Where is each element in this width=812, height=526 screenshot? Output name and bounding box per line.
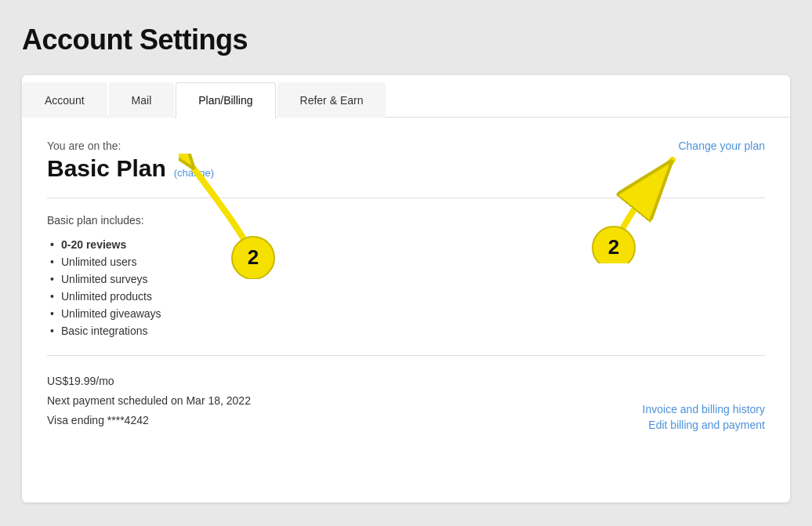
feature-reviews: 0-20 reviews [47,236,765,253]
tab-plan-billing[interactable]: Plan/Billing [176,82,275,118]
billing-links: Invoice and billing history Edit billing… [643,403,765,431]
tab-refer-earn[interactable]: Refer & Earn [277,82,386,118]
plan-includes-label: Basic plan includes: [47,214,765,227]
feature-users: Unlimited users [47,253,765,270]
page-title: Account Settings [22,24,790,56]
billing-card: Visa ending ****4242 [47,411,251,430]
tab-mail[interactable]: Mail [109,82,175,118]
change-plan-top-link[interactable]: Change your plan [678,140,765,152]
feature-products: Unlimited products [47,288,765,305]
billing-info: US$19.99/mo Next payment scheduled on Ma… [47,372,251,431]
plan-name: Basic Plan [47,155,166,182]
billing-next-payment: Next payment scheduled on Mar 18, 2022 [47,391,251,411]
plan-name-row: Basic Plan (change) [47,155,765,182]
main-card: 1 2 2 Account [22,75,790,502]
feature-giveaways: Unlimited giveaways [47,305,765,322]
divider-bottom [47,355,765,356]
edit-billing-payment-link[interactable]: Edit billing and payment [648,419,765,431]
tab-account[interactable]: Account [22,82,107,118]
billing-price: US$19.99/mo [47,372,251,391]
divider-top [47,198,765,198]
plan-features-list: 0-20 reviews Unlimited users Unlimited s… [47,236,765,339]
plan-on-label: You are on the: [47,140,765,152]
plan-change-inline-link[interactable]: (change) [174,167,214,179]
feature-surveys: Unlimited surveys [47,270,765,288]
tabs-container: Account Mail Plan/Billing Refer & Earn [22,75,790,118]
billing-section: US$19.99/mo Next payment scheduled on Ma… [47,372,765,431]
feature-integrations: Basic integrations [47,322,765,339]
card-body: Change your plan You are on the: Basic P… [22,118,790,459]
invoice-billing-history-link[interactable]: Invoice and billing history [643,403,765,415]
